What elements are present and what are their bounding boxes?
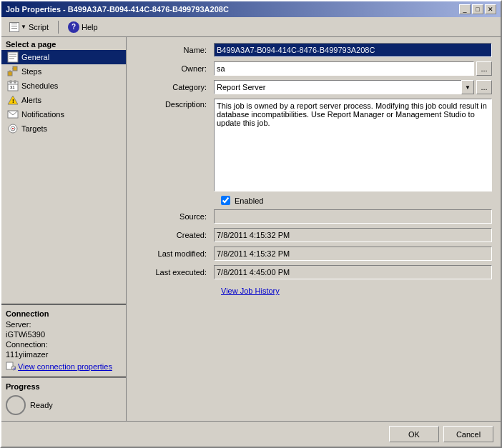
view-connection-properties-link[interactable]: ↺ View connection properties: [6, 359, 122, 374]
name-control: [214, 43, 492, 57]
description-textarea[interactable]: This job is owned by a report server pro…: [214, 99, 492, 191]
connection-title: Connection: [6, 308, 122, 319]
sidebar-item-schedules-label: Schedules: [21, 81, 58, 90]
general-icon: [7, 51, 19, 63]
server-value: iGTWi5390: [6, 329, 122, 339]
last-modified-control: 7/8/2011 4:15:32 PM: [214, 247, 492, 261]
toolbar-separator: [58, 21, 59, 34]
source-control: [214, 209, 492, 224]
svg-text:!: !: [12, 98, 14, 104]
view-history-link[interactable]: View Job History: [221, 287, 280, 295]
sidebar-item-targets[interactable]: Targets: [1, 121, 126, 136]
script-button[interactable]: ▼ Script: [4, 20, 54, 34]
sidebar-item-notifications-label: Notifications: [21, 110, 64, 119]
category-label: Category:: [135, 83, 214, 91]
select-page-label: Select a page: [1, 37, 126, 50]
targets-icon: [7, 123, 19, 134]
svg-rect-10: [14, 81, 16, 83]
sidebar-item-targets-label: Targets: [21, 124, 47, 133]
sidebar-item-general-label: General: [21, 53, 49, 61]
created-label: Created:: [135, 231, 214, 239]
name-row: Name:: [135, 43, 492, 57]
created-row: Created: 7/8/2011 4:15:32 PM: [135, 228, 492, 242]
svg-rect-0: [8, 52, 18, 62]
alerts-icon: !: [7, 94, 19, 106]
svg-rect-4: [8, 71, 12, 76]
owner-input[interactable]: [214, 61, 474, 76]
owner-label: Owner:: [135, 64, 214, 73]
svg-rect-9: [10, 81, 11, 83]
sidebar-item-schedules[interactable]: 31 Schedules: [1, 79, 126, 93]
script-icon: ▼: [9, 22, 26, 32]
main-window: Job Properties - B499A3A7-B094-414C-8476…: [0, 0, 502, 448]
last-executed-label: Last executed:: [135, 268, 214, 277]
connection-value: 111yiimazer: [6, 349, 122, 359]
created-value: 7/8/2011 4:15:32 PM: [214, 228, 492, 242]
notifications-icon: [7, 109, 19, 120]
view-connection-label: View connection properties: [18, 362, 112, 371]
bottom-bar: OK Cancel: [1, 421, 501, 447]
connection-section: Connection Server: iGTWi5390 Connection:…: [1, 304, 126, 377]
sidebar-item-steps[interactable]: Steps: [1, 64, 126, 79]
sidebar-item-notifications[interactable]: Notifications: [1, 107, 126, 121]
enabled-label: Enabled: [235, 196, 263, 205]
progress-title: Progress: [6, 381, 122, 392]
last-executed-row: Last executed: 7/8/2011 4:45:00 PM: [135, 265, 492, 279]
view-connection-icon: ↺: [6, 361, 16, 372]
sidebar: Select a page General: [1, 37, 127, 421]
sidebar-item-alerts[interactable]: ! Alerts: [1, 93, 126, 107]
last-modified-label: Last modified:: [135, 249, 214, 258]
sidebar-item-alerts-label: Alerts: [21, 96, 41, 104]
svg-text:↺: ↺: [13, 367, 16, 371]
category-select[interactable]: Report Server: [214, 80, 474, 94]
last-executed-value: 7/8/2011 4:45:00 PM: [214, 265, 492, 279]
enabled-row: Enabled: [221, 196, 492, 205]
help-icon: ?: [68, 21, 79, 33]
connection-label-text: Connection:: [6, 339, 122, 349]
category-row: Category: Report Server ▼ ...: [135, 80, 492, 94]
source-row: Source:: [135, 209, 492, 224]
script-label: Script: [29, 23, 49, 31]
created-control: 7/8/2011 4:15:32 PM: [214, 228, 492, 242]
description-label: Description:: [135, 99, 214, 109]
description-control: This job is owned by a report server pro…: [214, 99, 492, 191]
progress-section: Progress Ready: [1, 377, 126, 421]
name-input[interactable]: [214, 43, 492, 57]
minimize-button[interactable]: _: [459, 4, 471, 14]
category-browse-button[interactable]: ...: [476, 80, 492, 94]
close-button[interactable]: ✕: [485, 4, 496, 14]
last-modified-row: Last modified: 7/8/2011 4:15:32 PM: [135, 247, 492, 261]
toolbar: ▼ Script ? Help: [1, 17, 501, 37]
svg-point-18: [12, 128, 14, 129]
source-label: Source:: [135, 212, 214, 221]
category-select-wrap: Report Server ▼: [214, 80, 474, 94]
maximize-button[interactable]: □: [472, 4, 483, 14]
steps-icon: [7, 66, 19, 77]
cancel-button[interactable]: Cancel: [443, 426, 493, 442]
server-label-text: Server:: [6, 319, 122, 329]
progress-content: Ready: [6, 392, 122, 418]
help-label: Help: [82, 23, 98, 31]
progress-status: Ready: [30, 401, 53, 409]
svg-text:31: 31: [10, 85, 15, 89]
sidebar-item-general[interactable]: General: [1, 50, 126, 64]
description-row: Description: This job is owned by a repo…: [135, 99, 492, 191]
progress-spinner: [6, 395, 26, 415]
ok-button[interactable]: OK: [389, 426, 439, 442]
title-bar: Job Properties - B499A3A7-B094-414C-8476…: [1, 1, 501, 17]
sidebar-item-steps-label: Steps: [21, 67, 41, 76]
last-modified-value: 7/8/2011 4:15:32 PM: [214, 247, 492, 261]
source-value: [214, 209, 492, 224]
help-button[interactable]: ? Help: [63, 19, 103, 35]
category-control: Report Server ▼ ...: [214, 80, 492, 94]
owner-browse-button[interactable]: ...: [476, 61, 492, 76]
category-select-arrow[interactable]: ▼: [461, 80, 474, 94]
owner-row: Owner: ...: [135, 61, 492, 76]
content-area: Select a page General: [1, 37, 501, 421]
last-executed-control: 7/8/2011 4:45:00 PM: [214, 265, 492, 279]
owner-control: ...: [214, 61, 492, 76]
enabled-checkbox[interactable]: [221, 196, 230, 205]
title-controls: _ □ ✕: [459, 4, 496, 14]
schedules-icon: 31: [7, 80, 19, 91]
main-panel: Name: Owner: ... Category:: [127, 37, 501, 421]
